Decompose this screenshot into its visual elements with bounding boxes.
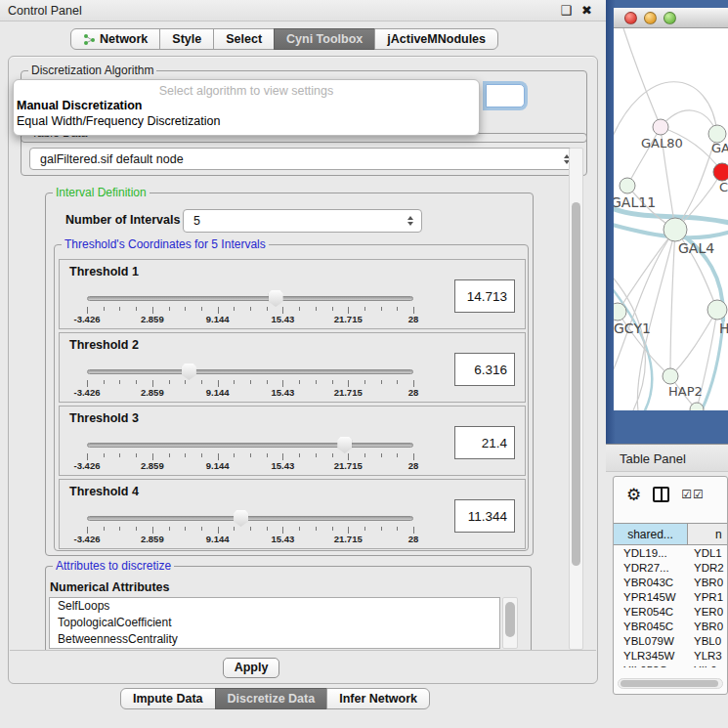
minimize-traffic-light-icon[interactable] [644,12,657,24]
network-node-h[interactable] [707,300,727,320]
slider-ticks [87,380,413,387]
algorithm-combobox[interactable] [486,84,525,107]
attributes-group: Attributes to discretize Numerical Attri… [45,566,532,652]
slider-tick-labels: -3.4262.8599.14415.4321.71528 [87,314,413,325]
threshold-label: Threshold 2 [69,338,139,352]
panel-title: Control Panel [8,4,82,18]
attributes-group-title: Attributes to discretize [53,559,174,573]
algorithm-option[interactable]: Manual Discretization [14,98,479,113]
cell-name: YBR0 [690,576,723,590]
cell-shared-name: YPR145W [616,590,690,605]
bottom-tab-infer-network[interactable]: Infer Network [326,688,430,709]
close-icon[interactable]: ✖ [581,3,592,18]
column-header-name[interactable]: n [687,523,728,545]
table-row[interactable]: YLR345WYLR3 [616,649,728,664]
bottom-tab-label: Infer Network [339,689,417,708]
network-window-titlebar [614,8,728,28]
table-row[interactable]: YBL079WYBL0 [616,634,728,649]
slider-ticks [87,527,413,534]
table-row[interactable]: YBR043CYBR0 [616,576,728,590]
threshold-slider-track[interactable] [87,296,413,301]
network-node-gal4[interactable] [664,218,687,241]
threshold-value-field[interactable]: 6.316 [454,353,515,386]
threshold-slider-track[interactable] [87,369,413,374]
threshold-value-field[interactable]: 11.344 [454,499,515,533]
threshold-slider-track[interactable] [87,443,413,448]
columns-icon[interactable] [653,487,669,502]
tab-label: Cyni Toolbox [286,29,363,49]
tab-select[interactable]: Select [213,28,275,50]
network-node-c[interactable] [713,163,728,181]
node-label: HAP2 [668,384,703,399]
threshold-panel: Threshold 1-3.4262.8599.14415.4321.71528… [59,259,526,329]
threshold-slider-track[interactable] [87,516,413,521]
network-node-gal11[interactable] [620,178,635,193]
attributes-list-scrollbar[interactable] [502,597,518,649]
checkbox-icons[interactable]: ☑☑ [681,488,705,501]
bottom-tab-impute-data[interactable]: Impute Data [120,688,216,709]
spinner-stepper-icon [406,216,415,226]
tab-label: Select [226,29,262,49]
threshold-slider-thumb[interactable] [337,437,352,453]
close-traffic-light-icon[interactable] [624,12,637,24]
threshold-label: Threshold 4 [69,485,139,498]
apply-button[interactable]: Apply [223,658,279,678]
threshold-value-field[interactable]: 14.713 [454,279,515,313]
table-horizontal-scrollbar[interactable] [618,678,723,689]
tab-jactivemnodules[interactable]: jActiveMNodules [374,28,498,50]
tab-style[interactable]: Style [159,28,214,50]
attribute-list-item[interactable]: SelfLoops [50,598,499,615]
table-row[interactable]: YIL052CYIL0 [616,664,728,667]
zoom-traffic-light-icon[interactable] [664,12,676,24]
slider-tick-labels: -3.4262.8599.14415.4321.71528 [87,460,413,472]
network-canvas[interactable]: GAL80GACGAL11GAL4GCY1HHAP2 [614,28,728,410]
threshold-slider-thumb[interactable] [234,510,248,527]
algorithm-option[interactable]: Equal Width/Frequency Discretization [14,113,479,129]
table-row[interactable]: YBR045CYBR0 [616,620,728,634]
cell-shared-name: YDL19... [616,546,690,561]
node-label: GCY1 [614,321,651,336]
table-data-group: Table Data galFiltered.sif default node [21,133,587,176]
slider-ticks [87,307,413,314]
cell-shared-name: YLR345W [616,649,690,664]
tab-cyni-toolbox[interactable]: Cyni Toolbox [274,28,375,50]
table-row[interactable]: YDL19...YDL1 [616,546,728,561]
float-window-icon[interactable]: ❑ [560,3,572,18]
number-of-intervals-spinner[interactable]: 5 [183,209,422,233]
node-label: GAL11 [614,194,656,210]
attribute-list-item[interactable]: BetweennessCentrality [50,631,499,648]
attribute-list-item[interactable]: TopologicalCoefficient [50,615,499,631]
threshold-panel: Threshold 4-3.4262.8599.14415.4321.71528… [59,479,526,549]
threshold-label: Threshold 3 [69,411,139,425]
tab-label: Network [100,29,148,49]
cell-shared-name: YER054C [616,605,690,620]
number-of-intervals-value: 5 [193,214,406,228]
column-header-shared-name[interactable]: shared... [613,523,688,545]
node-label: GAL80 [641,136,683,150]
threshold-panel: Threshold 2-3.4262.8599.14415.4321.71528… [59,332,526,403]
threshold-slider-thumb[interactable] [182,364,196,380]
threshold-slider-thumb[interactable] [269,290,283,307]
network-node-gcy1[interactable] [614,303,626,321]
cell-shared-name: YBR045C [616,620,690,634]
thresholds-group-title: Threshold's Coordinates for 5 Intervals [62,237,269,251]
cell-shared-name: YIL052C [616,664,690,667]
cytoscape-desktop: GAL80GACGAL11GAL4GCY1HHAP2 [606,0,728,444]
gear-icon[interactable]: ⚙ [626,487,641,503]
threshold-value-field[interactable]: 21.4 [454,426,515,459]
bottom-tab-discretize-data[interactable]: Discretize Data [215,688,328,709]
table-data-combobox[interactable]: galFiltered.sif default node [29,148,578,170]
table-panel-title: Table Panel [620,451,686,466]
table-row[interactable]: YPR145WYPR1 [616,590,728,605]
network-node-hap2[interactable] [663,368,678,384]
tab-label: Style [172,29,201,49]
content-scrollbar[interactable] [569,148,583,650]
bottom-tab-strip: Impute DataDiscretize DataInfer Network [120,688,430,709]
tab-network[interactable]: Network [70,28,160,50]
table-row[interactable]: YDR27...YDR2 [616,561,728,576]
network-node-gal80[interactable] [653,119,668,135]
network-icon [83,33,96,46]
table-row[interactable]: YER054CYER0 [616,605,728,620]
node-label: C [719,180,728,194]
slider-tick-labels: -3.4262.8599.14415.4321.71528 [87,534,413,545]
